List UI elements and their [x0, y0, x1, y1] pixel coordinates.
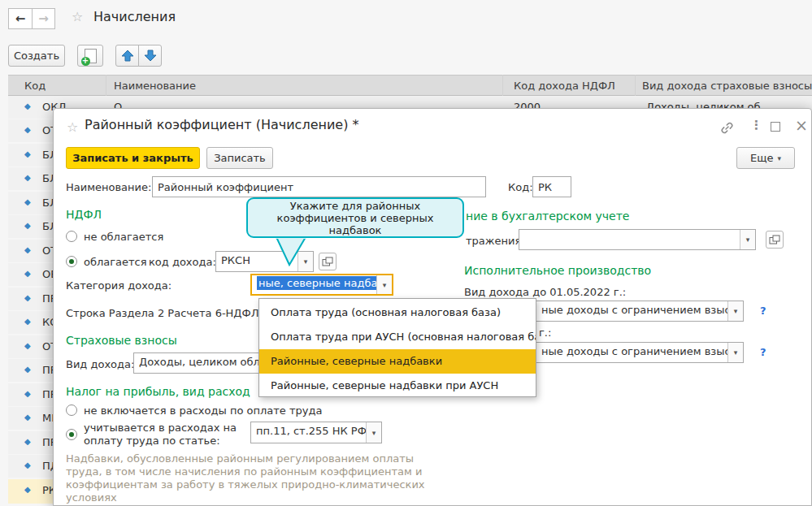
favorite-star-icon[interactable]: ☆: [72, 9, 83, 24]
reflection-method-value: [519, 230, 740, 249]
more-button[interactable]: Еще ▾: [736, 147, 795, 169]
dialog-title: Районный коэффициент (Начисление) *: [85, 117, 359, 132]
accounting-label-fragment: тражения:: [466, 235, 525, 247]
up-arrow-icon: [121, 50, 134, 62]
dropdown-option[interactable]: Оплата труда при АУСН (основная налогова…: [259, 325, 536, 349]
name-input[interactable]: [152, 176, 486, 197]
dropdown-arrow-icon[interactable]: ▾: [366, 422, 381, 443]
item-diamond-icon: ◆: [24, 245, 31, 254]
item-diamond-icon: ◆: [24, 293, 31, 302]
code-field-label: Код:: [508, 181, 533, 193]
forward-icon: →: [38, 11, 49, 26]
category-label: Категория дохода:: [66, 279, 172, 292]
radio-taxed[interactable]: [66, 256, 77, 267]
more-button-label: Еще: [750, 152, 773, 164]
income-code-label: код дохода:: [149, 256, 216, 268]
move-down-button[interactable]: [138, 45, 162, 67]
chevron-down-icon: ▾: [777, 154, 781, 162]
enforcement-income-combo-2[interactable]: ные доходы с ограничением взыскан ▾: [536, 342, 744, 363]
move-up-button[interactable]: [115, 45, 139, 67]
article-combo[interactable]: пп.11, ст.255 НК РФ ▾: [250, 422, 382, 443]
create-button[interactable]: Создать: [8, 45, 65, 67]
article-value: пп.11, ст.255 НК РФ: [251, 422, 366, 443]
open-form-icon: [322, 257, 333, 266]
help-icon[interactable]: ?: [760, 346, 766, 358]
radio-not-taxed-label[interactable]: не облагается: [84, 231, 163, 243]
dropdown-arrow-icon[interactable]: ▾: [740, 230, 755, 249]
item-diamond-icon: ◆: [24, 461, 31, 469]
radio-taxed-label[interactable]: облагается: [84, 256, 147, 268]
code-input[interactable]: [532, 176, 571, 197]
radio-included-label-line1[interactable]: учитывается в расходах на: [84, 422, 237, 434]
menu-dots-icon[interactable]: ⋮: [750, 118, 762, 132]
enforcement-income-combo-1[interactable]: ные доходы с ограничением взыскан ▾: [536, 301, 744, 322]
category-value: ные, северные надбавки: [252, 275, 376, 294]
new-document-icon: +: [85, 49, 97, 63]
column-header-name[interactable]: Наименование: [114, 80, 196, 92]
help-icon[interactable]: ?: [760, 305, 766, 317]
footnote-text: Надбавки, обусловленные районным регулир…: [66, 452, 433, 504]
item-diamond-icon: ◆: [24, 413, 31, 422]
save-button[interactable]: Записать: [206, 147, 273, 169]
item-diamond-icon: ◆: [24, 317, 31, 326]
dropdown-arrow-icon[interactable]: ▾: [727, 343, 743, 362]
column-header-ndfl[interactable]: Код дохода НДФЛ: [514, 80, 615, 92]
radio-not-taxed[interactable]: [66, 231, 77, 242]
back-icon: ←: [15, 11, 26, 26]
tooltip-tail: [268, 236, 312, 267]
tooltip: Укажите для районных коэффициентов и сев…: [246, 197, 464, 238]
dropdown-arrow-icon[interactable]: ▾: [727, 301, 743, 321]
section-header-insurance: Страховые взносы: [66, 334, 177, 347]
close-icon[interactable]: ×: [795, 116, 808, 134]
item-diamond-icon: ◆: [24, 221, 31, 230]
reflection-method-combo[interactable]: ▾: [519, 229, 756, 250]
enforcement-label-after-fragment: г.:: [539, 327, 551, 339]
income-code-open-button[interactable]: [319, 253, 337, 270]
forward-button[interactable]: →: [32, 8, 55, 29]
item-diamond-icon: ◆: [24, 197, 31, 206]
item-diamond-icon: ◆: [24, 149, 31, 158]
save-and-close-button[interactable]: Записать и закрыть: [66, 147, 200, 169]
item-diamond-icon: ◆: [24, 269, 31, 278]
item-diamond-icon: ◆: [24, 125, 31, 134]
get-link-icon[interactable]: [720, 121, 734, 138]
category-dropdown-list: Оплата труда (основная налоговая база) О…: [258, 298, 536, 397]
dropdown-option[interactable]: Оплата труда (основная налоговая база): [259, 301, 536, 325]
radio-included-label-line2[interactable]: оплату труда по статье:: [84, 435, 220, 447]
item-diamond-icon: ◆: [24, 485, 31, 494]
open-form-icon: [769, 235, 780, 244]
section-header-enforcement: Исполнительное производство: [464, 264, 651, 277]
maximize-icon[interactable]: [771, 122, 780, 132]
page-title: Начисления: [93, 9, 176, 24]
enforcement-income-value-1: ные доходы с ограничением взыскан: [536, 301, 727, 321]
dropdown-option[interactable]: Районные, северные надбавки при АУСН: [259, 374, 536, 398]
enforcement-label-before: Вид дохода до 01.05.2022 г.:: [464, 286, 626, 298]
back-button[interactable]: ←: [8, 8, 33, 29]
category-combo[interactable]: ные, северные надбавки ▾: [250, 274, 393, 296]
radio-included[interactable]: [66, 429, 77, 440]
column-header-code[interactable]: Код: [24, 80, 46, 92]
item-diamond-icon: ◆: [24, 341, 31, 350]
section-header-accounting-fragment: ние в бухгалтерском учете: [466, 210, 629, 223]
category-selected-text: ные, северные надбавки: [257, 276, 376, 290]
item-diamond-icon: ◆: [24, 173, 31, 182]
item-diamond-icon: ◆: [24, 389, 31, 398]
insurance-income-label: Вид дохода:: [66, 358, 134, 370]
section-header-ndfl: НДФЛ: [66, 208, 102, 221]
dropdown-option-highlighted[interactable]: Районные, северные надбавки: [259, 349, 536, 374]
reflection-method-open-button[interactable]: [766, 231, 784, 249]
dialog-favorite-star-icon[interactable]: ☆: [67, 119, 78, 135]
section-header-profit-tax: Налог на прибыль, вид расход: [66, 385, 250, 398]
name-field-label: Наименование:: [66, 181, 151, 193]
radio-not-included[interactable]: [66, 404, 77, 416]
item-diamond-icon: ◆: [24, 102, 31, 110]
down-arrow-icon: [144, 50, 157, 62]
item-diamond-icon: ◆: [24, 365, 31, 374]
table-header: Код Наименование Код дохода НДФЛ Вид дох…: [8, 75, 812, 96]
column-header-insurance[interactable]: Вид дохода страховые взносы - 2: [642, 80, 812, 92]
enforcement-income-value-2: ные доходы с ограничением взыскан: [536, 343, 727, 362]
row6ndfl-label: Строка Раздела 2 Расчета 6-НДФЛ:: [66, 307, 263, 319]
dropdown-arrow-icon[interactable]: ▾: [376, 275, 392, 294]
create-new-document-button[interactable]: +: [77, 45, 103, 67]
radio-not-included-label[interactable]: не включается в расходы по оплате труда: [84, 404, 322, 417]
